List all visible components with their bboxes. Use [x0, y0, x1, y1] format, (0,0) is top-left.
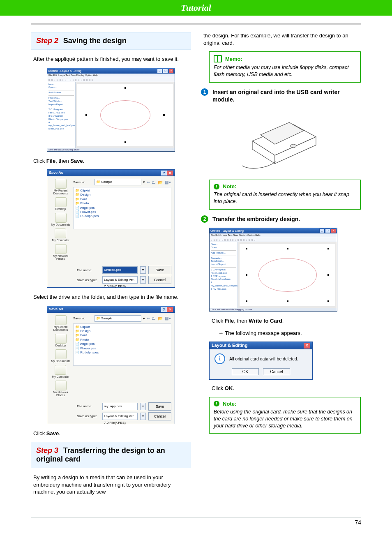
save-button[interactable]: Save [148, 266, 171, 274]
dialog-toolbar[interactable]: ⇐ 🗀 📂 ▦▾ [147, 180, 171, 185]
step3-heading: Step 3 Transferring the design to an ori… [31, 442, 191, 468]
step-bullet-2: 2 [201, 215, 208, 223]
memo-body: For other media you may use include flop… [214, 64, 356, 78]
memo-icon [214, 55, 222, 62]
continuation-text: the design. For this example, we will tr… [201, 32, 361, 46]
step2-intro: After the appliqué pattern is finished, … [31, 55, 191, 63]
confirm-dialog: Layout & Editing × i All original card d… [209, 342, 313, 380]
save-button-2[interactable]: Save [148, 402, 171, 411]
note-icon: ! [214, 184, 219, 189]
note-callout-2: ! Note: Before using the original card, … [209, 397, 361, 434]
header-rule [31, 23, 361, 25]
note-icon-2: ! [214, 401, 219, 406]
msgbox-text: All original card data will be deleted. [229, 356, 298, 361]
step2-label: Step 2 [36, 37, 58, 45]
note-title-2: Note: [223, 401, 236, 407]
memo-callout: Memo: For other media you may use includ… [209, 51, 361, 83]
save-as-dialog-1: Save As ?× My Recent Documents Desktop M… [47, 169, 175, 288]
app-canvas [77, 84, 173, 146]
instr-click-ok: Click OK. [209, 385, 361, 392]
info-icon: i [214, 353, 225, 364]
note-body-1: The original card is inserted correctly … [214, 191, 356, 205]
step2-heading: Step 2 Saving the design [31, 32, 191, 50]
step3-label: Step 3 [36, 446, 58, 455]
msgbox-close[interactable]: × [304, 343, 310, 349]
instr-select-drive: Select the drive and the folder, and the… [31, 293, 191, 301]
window-buttons: _□× [157, 69, 174, 73]
savein-dropdown[interactable]: ▾ [143, 180, 145, 184]
app-toolbar: ▯ ▯ ▯ ▯ ▯ ▯ ▯ | ▯ ▯ ▯ ▯ ▯ ▯ ▯ ▯ ▯ [47, 77, 175, 82]
savein-field[interactable]: 📁 Sample [95, 179, 141, 185]
page-header: Tutorial [0, 0, 392, 16]
numbered-step-1: 1 Insert an original card into the USB c… [201, 88, 361, 103]
numbered-step-2: 2 Transfer the embroidery design. [201, 215, 361, 223]
page-number: 74 [0, 517, 392, 534]
svg-point-0 [291, 144, 296, 148]
app-screenshot-1: Untitled - Layout & Editing _□× File Edi… [47, 68, 175, 152]
step-text-2: Transfer the embroidery design. [212, 215, 361, 223]
app-screenshot-2: Untitled - Layout & Editing _□× File Edi… [209, 228, 337, 312]
app-title: Untitled - Layout & Editing [48, 69, 81, 72]
app-status: Sets the active sewing order [47, 148, 175, 151]
left-column: Step 2 Saving the design After the appli… [31, 32, 191, 501]
file-list[interactable]: ClipArt Design Font Photo Angel.pes Flow… [73, 187, 171, 229]
msgbox-title: Layout & Editing [212, 343, 247, 349]
msgbox-ok[interactable]: OK [232, 368, 259, 375]
instr-click-file-save: Click File, then Save. [31, 157, 191, 165]
msgbox-cancel[interactable]: Cancel [263, 368, 290, 375]
right-column: the design. For this example, we will tr… [201, 32, 361, 501]
filename-field[interactable]: Untitled.pes [102, 266, 138, 274]
instr-following: The following message appears. [209, 330, 361, 337]
memo-title: Memo: [225, 56, 242, 62]
instr-click-write: Click File, then Write to Card. [209, 317, 361, 325]
filename-field-2[interactable]: my_app.pes [102, 403, 138, 410]
note-body-2: Before using the original card, make sur… [214, 409, 356, 429]
cancel-button[interactable]: Cancel [148, 276, 171, 284]
note-callout-1: ! Note: The original card is inserted co… [209, 180, 361, 210]
filename-label: File name: [77, 268, 100, 272]
card-writer-illustration [236, 108, 326, 174]
step3-body: By writing a design to a media that can … [31, 474, 191, 496]
cancel-button-2[interactable]: Cancel [148, 412, 171, 420]
step-text-1: Insert an original card into the USB car… [212, 88, 361, 103]
app-menu: File Edit Image Text Sew Display Option … [47, 74, 175, 77]
dialog-title: Save As [49, 171, 63, 175]
instr-click-save: Click Save. [31, 430, 191, 437]
note-title-1: Note: [223, 183, 236, 189]
savein-label: Save in: [73, 180, 93, 184]
step2-title: Saving the design [63, 37, 127, 45]
step-bullet-1: 1 [201, 88, 208, 96]
savetype-label: Save as type: [77, 278, 100, 282]
save-as-dialog-2: Save As ?× My Recent Documents Desktop M… [47, 306, 175, 424]
savetype-field[interactable]: Layout & Editing Ver. 7.0 File(*.PES) [102, 276, 138, 284]
app-file-menu: New... Open... Add Picture... Property..… [47, 82, 76, 148]
